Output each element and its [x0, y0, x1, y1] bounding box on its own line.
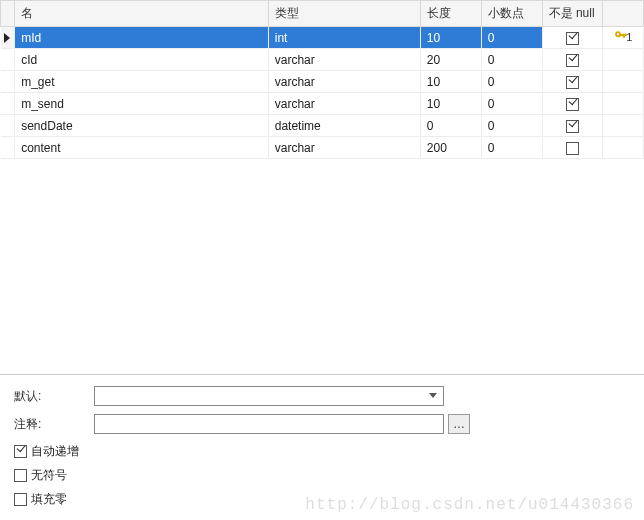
- row-marker: [1, 27, 15, 49]
- ellipsis-icon: …: [453, 417, 465, 431]
- cell-decimals[interactable]: 0: [481, 115, 542, 137]
- chevron-down-icon: [427, 389, 441, 403]
- table-row[interactable]: m_getvarchar100: [1, 71, 644, 93]
- header-marker: [1, 1, 15, 27]
- cell-length[interactable]: 10: [420, 27, 481, 49]
- header-not-null[interactable]: 不是 null: [542, 1, 603, 27]
- cell-not-null[interactable]: [542, 71, 603, 93]
- header-decimals[interactable]: 小数点: [481, 1, 542, 27]
- cell-name[interactable]: mId: [15, 27, 269, 49]
- cell-decimals[interactable]: 0: [481, 93, 542, 115]
- zerofill-label: 填充零: [31, 491, 67, 508]
- unsigned-label: 无符号: [31, 467, 67, 484]
- cell-name[interactable]: m_get: [15, 71, 269, 93]
- cell-length[interactable]: 10: [420, 71, 481, 93]
- table-designer-grid: 名 类型 长度 小数点 不是 null mIdint1001cIdvarchar…: [0, 0, 644, 375]
- cell-name[interactable]: cId: [15, 49, 269, 71]
- cell-length[interactable]: 20: [420, 49, 481, 71]
- auto-increment-label: 自动递增: [31, 443, 79, 460]
- row-marker: [1, 49, 15, 71]
- header-row: 名 类型 长度 小数点 不是 null: [1, 1, 644, 27]
- field-properties-panel: 默认: 注释: … 自动递增 无符号 填充零: [0, 375, 644, 519]
- cell-primary-key[interactable]: [603, 93, 644, 115]
- row-marker: [1, 71, 15, 93]
- cell-primary-key[interactable]: 1: [603, 27, 644, 49]
- default-value-combo[interactable]: [94, 386, 444, 406]
- unsigned-checkbox[interactable]: [14, 469, 27, 482]
- cell-length[interactable]: 10: [420, 93, 481, 115]
- cell-not-null[interactable]: [542, 115, 603, 137]
- cell-primary-key[interactable]: [603, 115, 644, 137]
- cell-type[interactable]: varchar: [268, 49, 420, 71]
- header-key[interactable]: [603, 1, 644, 27]
- cell-length[interactable]: 200: [420, 137, 481, 159]
- header-name[interactable]: 名: [15, 1, 269, 27]
- cell-type[interactable]: varchar: [268, 93, 420, 115]
- auto-increment-checkbox[interactable]: [14, 445, 27, 458]
- cell-type[interactable]: varchar: [268, 71, 420, 93]
- cell-decimals[interactable]: 0: [481, 27, 542, 49]
- row-marker: [1, 137, 15, 159]
- row-marker: [1, 115, 15, 137]
- table-row[interactable]: cIdvarchar200: [1, 49, 644, 71]
- cell-primary-key[interactable]: [603, 137, 644, 159]
- default-label: 默认:: [14, 388, 94, 405]
- cell-type[interactable]: int: [268, 27, 420, 49]
- not-null-checkbox[interactable]: [566, 76, 579, 89]
- not-null-checkbox[interactable]: [566, 120, 579, 133]
- table-row[interactable]: m_sendvarchar100: [1, 93, 644, 115]
- not-null-checkbox[interactable]: [566, 142, 579, 155]
- table-row[interactable]: mIdint1001: [1, 27, 644, 49]
- not-null-checkbox[interactable]: [566, 98, 579, 111]
- cell-name[interactable]: m_send: [15, 93, 269, 115]
- current-row-icon: [4, 33, 10, 43]
- header-length[interactable]: 长度: [420, 1, 481, 27]
- cell-primary-key[interactable]: [603, 49, 644, 71]
- comment-label: 注释:: [14, 416, 94, 433]
- cell-not-null[interactable]: [542, 137, 603, 159]
- cell-type[interactable]: varchar: [268, 137, 420, 159]
- zerofill-checkbox[interactable]: [14, 493, 27, 506]
- key-index: 1: [626, 31, 632, 43]
- row-marker: [1, 93, 15, 115]
- cell-decimals[interactable]: 0: [481, 137, 542, 159]
- cell-not-null[interactable]: [542, 49, 603, 71]
- cell-name[interactable]: sendDate: [15, 115, 269, 137]
- comment-input[interactable]: [94, 414, 444, 434]
- cell-name[interactable]: content: [15, 137, 269, 159]
- cell-type[interactable]: datetime: [268, 115, 420, 137]
- cell-length[interactable]: 0: [420, 115, 481, 137]
- comment-more-button[interactable]: …: [448, 414, 470, 434]
- cell-decimals[interactable]: 0: [481, 71, 542, 93]
- cell-decimals[interactable]: 0: [481, 49, 542, 71]
- table-row[interactable]: sendDatedatetime00: [1, 115, 644, 137]
- table-row[interactable]: contentvarchar2000: [1, 137, 644, 159]
- cell-not-null[interactable]: [542, 93, 603, 115]
- cell-not-null[interactable]: [542, 27, 603, 49]
- not-null-checkbox[interactable]: [566, 54, 579, 67]
- not-null-checkbox[interactable]: [566, 32, 579, 45]
- header-type[interactable]: 类型: [268, 1, 420, 27]
- cell-primary-key[interactable]: [603, 71, 644, 93]
